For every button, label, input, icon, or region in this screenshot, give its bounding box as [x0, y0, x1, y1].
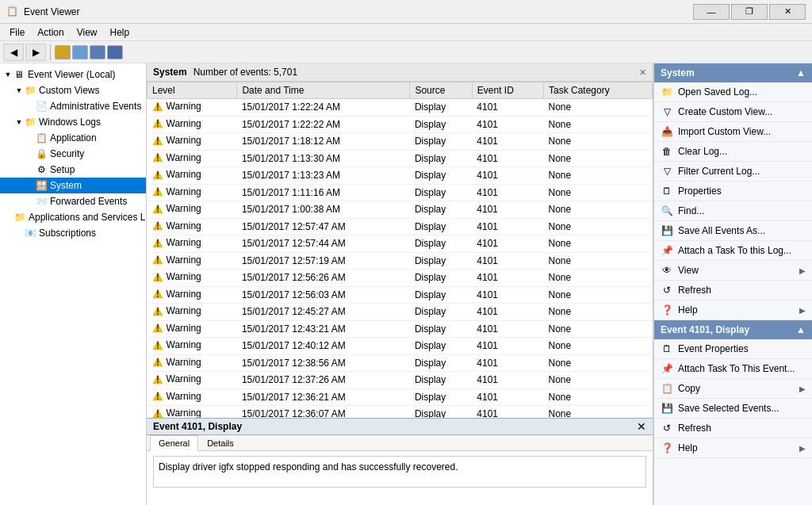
svg-text:!: ! — [156, 220, 159, 231]
actions-item[interactable]: 🗒 Event Properties — [654, 339, 812, 359]
tree-item-custom-views[interactable]: ▼ 📁 Custom Views — [0, 82, 146, 98]
table-row[interactable]: ! Warning 15/01/2017 1:00:38 AM Display … — [147, 201, 653, 219]
table-row[interactable]: ! Warning 15/01/2017 12:57:19 AM Display… — [147, 252, 653, 270]
toolbar-btn1[interactable] — [55, 45, 71, 59]
menu-action[interactable]: Action — [31, 24, 70, 40]
tree-expand[interactable]: ▼ — [14, 118, 24, 126]
cell-eventid: 4101 — [472, 201, 543, 219]
actions-item[interactable]: 📌 Attach Task To This Event... — [654, 359, 812, 379]
tree-item-app-services[interactable]: 📁 Applications and Services Lo... — [0, 209, 146, 225]
actions-item[interactable]: 📌 Attach a Task To this Log... — [654, 241, 812, 261]
actions-section-header[interactable]: System▲ — [654, 63, 812, 82]
close-center-panel[interactable]: ✕ — [639, 67, 646, 78]
table-row[interactable]: ! Warning 15/01/2017 1:13:23 AM Display … — [147, 167, 653, 185]
col-level[interactable]: Level — [147, 82, 237, 99]
maximize-button[interactable]: ❐ — [731, 4, 768, 20]
cell-eventid: 4101 — [472, 354, 543, 372]
tree-item-system[interactable]: 🪟 System — [0, 178, 146, 193]
tree-expand[interactable]: ▼ — [14, 86, 24, 94]
cell-datetime: 15/01/2017 1:22:22 AM — [237, 116, 410, 133]
svg-text:!: ! — [156, 136, 159, 146]
table-row[interactable]: ! Warning 15/01/2017 12:36:21 AM Display… — [147, 388, 653, 406]
tree-item-forwarded-events[interactable]: 📨 Forwarded Events — [0, 193, 146, 209]
menu-file[interactable]: File — [3, 24, 31, 40]
table-row[interactable]: ! Warning 15/01/2017 12:45:27 AM Display… — [147, 304, 653, 321]
tree-icon-forward: 📨 — [35, 195, 48, 208]
actions-item[interactable]: 💾 Save All Events As... — [654, 221, 812, 241]
cell-category: None — [543, 354, 652, 372]
table-row[interactable]: ! Warning 15/01/2017 12:57:44 AM Display… — [147, 235, 653, 253]
actions-item[interactable]: 👁 View ▶ — [654, 261, 812, 281]
table-row[interactable]: ! Warning 15/01/2017 12:36:07 AM Display… — [147, 406, 653, 419]
actions-item[interactable]: ↺ Refresh — [654, 281, 812, 300]
tree-item-application[interactable]: 📋 Application — [0, 130, 146, 146]
actions-item[interactable]: ❓ Help ▶ — [654, 438, 812, 458]
cell-category: None — [543, 270, 652, 287]
table-row[interactable]: ! Warning 15/01/2017 12:40:12 AM Display… — [147, 338, 653, 355]
actions-item[interactable]: 🗒 Properties — [654, 182, 812, 201]
event-table-wrapper[interactable]: Level Date and Time Source Event ID Task… — [147, 82, 653, 418]
table-row[interactable]: ! Warning 15/01/2017 1:22:24 AM Display … — [147, 99, 653, 117]
detail-close-button[interactable]: ✕ — [637, 421, 646, 432]
actions-item[interactable]: 🔍 Find... — [654, 201, 812, 221]
col-source[interactable]: Source — [410, 82, 472, 99]
table-row[interactable]: ! Warning 15/01/2017 12:38:56 AM Display… — [147, 354, 653, 372]
minimize-button[interactable]: — — [693, 4, 730, 20]
tree-item-windows-logs[interactable]: ▼ 📁 Windows Logs — [0, 114, 146, 130]
cell-level: ! Warning — [147, 201, 237, 219]
actions-item[interactable]: 📁 Open Saved Log... — [654, 82, 812, 102]
cell-eventid: 4101 — [472, 116, 543, 133]
table-row[interactable]: ! Warning 15/01/2017 12:56:03 AM Display… — [147, 286, 653, 304]
cell-eventid: 4101 — [472, 304, 543, 321]
cell-datetime: 15/01/2017 12:57:19 AM — [237, 252, 410, 270]
table-row[interactable]: ! Warning 15/01/2017 12:37:26 AM Display… — [147, 372, 653, 389]
action-label: View — [678, 265, 699, 276]
action-label: Help — [678, 442, 698, 453]
actions-panel: System▲ 📁 Open Saved Log... ▽ Create Cus… — [653, 63, 812, 505]
col-category[interactable]: Task Category — [543, 82, 652, 99]
tree-item-eventviewer-local[interactable]: ▼ 🖥 Event Viewer (Local) — [0, 67, 146, 82]
tree-label: Application — [50, 132, 97, 143]
table-row[interactable]: ! Warning 15/01/2017 12:57:47 AM Display… — [147, 218, 653, 235]
cell-source: Display — [410, 116, 472, 133]
table-row[interactable]: ! Warning 15/01/2017 1:11:16 AM Display … — [147, 184, 653, 201]
toolbar-btn4[interactable] — [107, 45, 123, 59]
close-button[interactable]: ✕ — [769, 4, 806, 20]
actions-item[interactable]: ❓ Help ▶ — [654, 300, 812, 320]
table-row[interactable]: ! Warning 15/01/2017 1:13:30 AM Display … — [147, 150, 653, 167]
detail-panel-header: Event 4101, Display ✕ — [147, 419, 653, 435]
actions-item[interactable]: 💾 Save Selected Events... — [654, 399, 812, 419]
col-eventid[interactable]: Event ID — [472, 82, 543, 99]
tab-details[interactable]: Details — [198, 435, 243, 450]
actions-item[interactable]: 📥 Import Custom View... — [654, 122, 812, 142]
toolbar-forward[interactable]: ▶ — [25, 44, 46, 61]
tree-item-setup[interactable]: ⚙ Setup — [0, 162, 146, 178]
actions-item[interactable]: ▽ Filter Current Log... — [654, 162, 812, 182]
tree-item-subscriptions[interactable]: 📧 Subscriptions — [0, 225, 146, 241]
tab-general[interactable]: General — [150, 435, 198, 451]
action-icon: 💾 — [661, 402, 673, 415]
cell-source: Display — [410, 320, 472, 338]
cell-datetime: 15/01/2017 12:37:26 AM — [237, 372, 410, 389]
toolbar-btn3[interactable] — [90, 45, 105, 59]
col-datetime[interactable]: Date and Time — [237, 82, 410, 99]
actions-item[interactable]: 🗑 Clear Log... — [654, 142, 812, 162]
warning-icon: ! — [152, 323, 163, 333]
table-row[interactable]: ! Warning 15/01/2017 12:43:21 AM Display… — [147, 320, 653, 338]
tree-item-security[interactable]: 🔒 Security — [0, 146, 146, 162]
table-row[interactable]: ! Warning 15/01/2017 1:18:12 AM Display … — [147, 133, 653, 151]
tree-expand[interactable]: ▼ — [3, 71, 13, 78]
tree-item-admin-events[interactable]: 📄 Administrative Events — [0, 98, 146, 114]
actions-item[interactable]: ▽ Create Custom View... — [654, 102, 812, 122]
warning-icon: ! — [152, 220, 163, 231]
table-row[interactable]: ! Warning 15/01/2017 1:22:22 AM Display … — [147, 116, 653, 133]
actions-section-header[interactable]: Event 4101, Display▲ — [654, 320, 812, 339]
toolbar-back[interactable]: ◀ — [3, 44, 24, 61]
menu-view[interactable]: View — [71, 24, 104, 40]
toolbar-btn2[interactable] — [72, 45, 88, 59]
action-icon: ❓ — [661, 442, 673, 454]
menu-help[interactable]: Help — [104, 24, 136, 40]
actions-item[interactable]: 📋 Copy ▶ — [654, 379, 812, 399]
actions-item[interactable]: ↺ Refresh — [654, 419, 812, 438]
table-row[interactable]: ! Warning 15/01/2017 12:56:26 AM Display… — [147, 270, 653, 287]
